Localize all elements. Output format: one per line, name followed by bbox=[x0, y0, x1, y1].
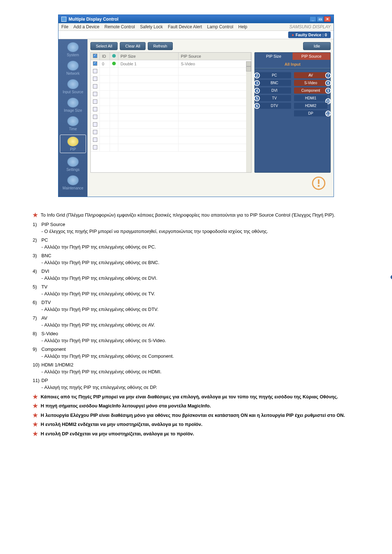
sidebar-item-network[interactable]: Network bbox=[60, 61, 86, 75]
row-checkbox[interactable] bbox=[93, 69, 97, 73]
row-checkbox[interactable] bbox=[93, 99, 97, 104]
image-size-icon bbox=[67, 98, 79, 108]
table-row[interactable] bbox=[91, 75, 251, 83]
btn-av[interactable]: AV7 bbox=[294, 72, 327, 78]
btn-tv[interactable]: 5TV bbox=[258, 95, 291, 101]
clear-all-button[interactable]: Clear All bbox=[120, 42, 146, 50]
time-icon bbox=[67, 116, 79, 126]
app-icon bbox=[61, 17, 66, 22]
list-item: 10)HDMI 1/HDMI2- Αλλάζει την Πηγή PIP τη… bbox=[33, 361, 359, 376]
grid-scrollbar[interactable] bbox=[246, 61, 251, 172]
btn-dtv[interactable]: 6DTV bbox=[258, 103, 291, 109]
info-grid: ID PIP Size PIP Source 0 Double 1 S-Vide… bbox=[90, 52, 252, 173]
sidebar-item-system[interactable]: System bbox=[60, 42, 86, 57]
row-checkbox[interactable] bbox=[93, 145, 97, 149]
star-icon: ★ bbox=[33, 412, 38, 419]
sidebar-item-input-source[interactable]: Input Source bbox=[60, 79, 86, 94]
table-row[interactable] bbox=[91, 106, 251, 114]
table-row[interactable] bbox=[91, 144, 251, 152]
settings-icon bbox=[67, 157, 79, 167]
menu-add-device[interactable]: Add a Device bbox=[73, 24, 99, 29]
btn-component[interactable]: Component9 bbox=[294, 87, 327, 94]
star-icon: ★ bbox=[33, 212, 38, 219]
btn-hdmi1[interactable]: HDMI110 bbox=[294, 95, 327, 101]
close-button[interactable]: ✕ bbox=[324, 16, 331, 22]
list-item: 11)DP- Αλλαγή της πηγής PIP της επιλεγμέ… bbox=[33, 377, 359, 391]
table-row[interactable] bbox=[91, 121, 251, 129]
menu-file[interactable]: File bbox=[61, 24, 68, 29]
sidebar-item-settings[interactable]: Settings bbox=[60, 157, 86, 172]
pip-icon bbox=[67, 136, 79, 147]
callout-11: 11 bbox=[325, 111, 331, 116]
table-row[interactable] bbox=[91, 114, 251, 121]
callout-7: 7 bbox=[325, 73, 331, 78]
table-row[interactable] bbox=[91, 98, 251, 106]
warning-item: ★Κάποιες από τις Πηγές PIP μπορεί να μην… bbox=[33, 393, 359, 401]
minimize-button[interactable]: _ bbox=[310, 16, 316, 22]
btn-pc[interactable]: 2PC bbox=[258, 72, 291, 78]
row-checkbox[interactable] bbox=[93, 84, 97, 89]
status-dot-icon bbox=[112, 62, 116, 65]
star-icon: ★ bbox=[33, 421, 38, 428]
cell-id: 0 bbox=[100, 60, 110, 68]
tab-pip-source[interactable]: PIP Source1 bbox=[293, 53, 330, 60]
btn-bnc[interactable]: 3BNC bbox=[258, 80, 291, 86]
menu-remote-control[interactable]: Remote Control bbox=[105, 24, 135, 29]
sidebar-item-time[interactable]: Time bbox=[60, 116, 86, 131]
menu-help[interactable]: Help bbox=[238, 24, 248, 29]
table-row[interactable] bbox=[91, 68, 251, 75]
title-bar: Multiple Display Control _ ▭ ✕ bbox=[58, 15, 334, 23]
maximize-button[interactable]: ▭ bbox=[317, 16, 323, 22]
list-item: 9)Component- Αλλάζει την Πηγή PIP της επ… bbox=[33, 346, 359, 360]
table-row[interactable] bbox=[91, 129, 251, 136]
idle-button[interactable]: Idle bbox=[303, 42, 331, 50]
table-row[interactable] bbox=[91, 91, 251, 98]
system-icon bbox=[67, 42, 79, 52]
callout-4: 4 bbox=[254, 88, 260, 94]
app-window: Multiple Display Control _ ▭ ✕ File Add … bbox=[58, 15, 334, 197]
sidebar-item-maintenance[interactable]: Maintenance bbox=[60, 175, 86, 190]
row-checkbox[interactable] bbox=[93, 61, 97, 66]
document-content: ★ Το Info Grid (Πλέγμα Πληροφοριών) εμφα… bbox=[33, 212, 359, 437]
row-checkbox[interactable] bbox=[93, 130, 97, 134]
menu-lamp-control[interactable]: Lamp Control bbox=[207, 24, 233, 29]
menu-safety-lock[interactable]: Safety Lock bbox=[140, 24, 163, 29]
sidebar-item-pip[interactable]: PIP bbox=[60, 135, 86, 153]
status-header-icon bbox=[112, 54, 116, 58]
btn-dp[interactable]: DP11 bbox=[294, 110, 327, 116]
callout-1: 1 bbox=[390, 274, 392, 280]
row-checkbox[interactable] bbox=[93, 115, 97, 119]
description-list: 1)PIP Source- Ο έλεγχος της πηγής PIP μπ… bbox=[33, 221, 359, 391]
btn-svideo[interactable]: S-Video8 bbox=[294, 80, 327, 86]
callout-5: 5 bbox=[254, 95, 260, 101]
row-checkbox[interactable] bbox=[93, 122, 97, 127]
menu-fault-alert[interactable]: Fault Device Alert bbox=[168, 24, 202, 29]
row-checkbox[interactable] bbox=[93, 92, 97, 96]
btn-dvi[interactable]: 4DVI bbox=[258, 87, 291, 94]
select-all-button[interactable]: Select All bbox=[90, 42, 118, 50]
refresh-button[interactable]: Refresh bbox=[148, 42, 173, 50]
table-row[interactable] bbox=[91, 83, 251, 91]
header-checkbox[interactable] bbox=[93, 54, 97, 58]
btn-hdmi2[interactable]: HDMI2 bbox=[294, 103, 327, 109]
warning-item: ★Η εντολή HDMI2 ενδέχεται να μην υποστηρ… bbox=[33, 421, 359, 428]
star-icon: ★ bbox=[33, 430, 38, 438]
list-item: 7)AV- Αλλάζει την Πηγή PIP της επιλεγμέν… bbox=[33, 315, 359, 329]
warning-item: ★Η λειτουργία Ελέγχου PIP είναι διαθέσιμ… bbox=[33, 412, 359, 419]
main-panel: Select All Clear All Refresh Idle ID PIP… bbox=[87, 39, 334, 197]
row-checkbox[interactable] bbox=[93, 77, 97, 81]
row-checkbox[interactable] bbox=[93, 107, 97, 111]
star-icon: ★ bbox=[33, 393, 38, 401]
star-icon: ★ bbox=[33, 402, 38, 410]
callout-2: 2 bbox=[254, 73, 260, 78]
sidebar: System Network Input Source Image Size T… bbox=[58, 39, 87, 197]
tab-pip-size[interactable]: PIP Size bbox=[255, 53, 293, 60]
callout-6: 6 bbox=[254, 103, 260, 109]
svg-rect-1 bbox=[318, 180, 319, 184]
faulty-device-badge[interactable]: Faulty Device : 0 bbox=[288, 32, 331, 38]
table-row[interactable] bbox=[91, 136, 251, 144]
table-row[interactable]: 0 Double 1 S-Video bbox=[91, 60, 251, 68]
row-checkbox[interactable] bbox=[93, 138, 97, 142]
sidebar-item-image-size[interactable]: Image Size bbox=[60, 98, 86, 112]
status-row: Faulty Device : 0 bbox=[58, 31, 334, 39]
